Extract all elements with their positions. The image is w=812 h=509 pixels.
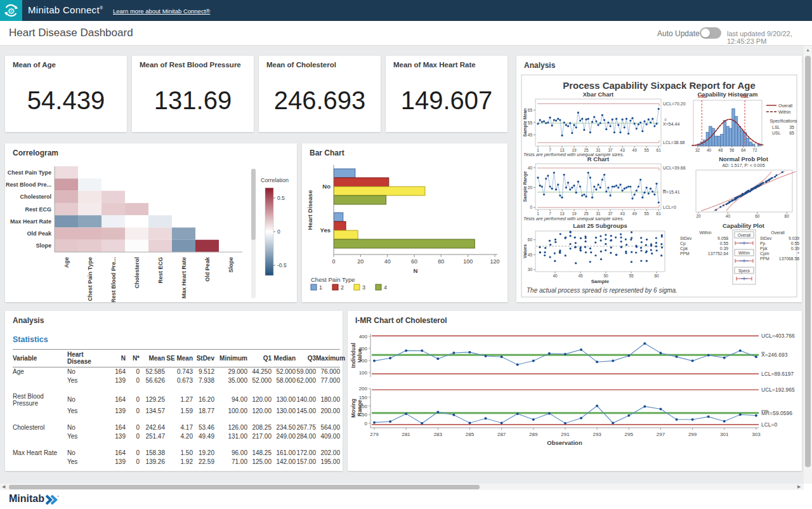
stats-cell: 49.49	[193, 432, 214, 441]
sixpack-footnote: The actual process spread is represented…	[527, 287, 678, 294]
auto-update-toggle[interactable]	[700, 27, 721, 39]
svg-text:StDev: StDev	[760, 236, 772, 241]
svg-text:65: 65	[789, 131, 794, 135]
table-row: Yes1390134.571.5918.77100.00120.00130.00…	[13, 407, 340, 416]
last25-y-tick: 30	[528, 267, 533, 272]
corr-row-label: Rest Blood Pre...	[6, 182, 51, 188]
stats-cell: 0	[126, 407, 140, 416]
learn-more-link[interactable]: Learn more about Minitab Connect®	[113, 8, 210, 15]
sixpack-svg: Process Capability Sixpack Report for Ag…	[516, 56, 802, 302]
stats-cell: 409.00	[316, 432, 340, 441]
kpi-card-2: Mean of Rest Blood Pressure131.69	[132, 56, 254, 132]
stats-cell: No	[67, 393, 107, 407]
sixpack-report: Process Capability Sixpack Report for Ag…	[516, 56, 802, 302]
stats-cell: 22.59	[193, 458, 214, 466]
horizontal-scrollbar[interactable]: ◀ ▶	[0, 484, 804, 490]
svg-text:*: *	[797, 251, 799, 256]
kpi-title: Mean of Age	[13, 61, 56, 69]
correlogram-chart: Chest Pain TypeRest Blood Pre...Choleste…	[5, 143, 297, 302]
bar-legend-item: 3	[362, 284, 365, 291]
svg-text:0.39: 0.39	[791, 246, 799, 251]
stats-cell: 7.938	[193, 376, 214, 385]
rchart-x-tick: 61	[657, 211, 662, 216]
kpi-value: 246.693	[259, 86, 381, 115]
bar-x-tick: 100	[463, 258, 473, 265]
imr-i-y-label: Individual	[350, 343, 357, 368]
corr-row-label: Slope	[36, 242, 51, 249]
rchart-x-tick: 49	[632, 211, 638, 216]
stats-cell: 129.25	[140, 393, 165, 407]
scroll-right-arrow-icon[interactable]: ▶	[797, 484, 801, 489]
npp-x-tick: 80	[785, 214, 790, 218]
stats-cell: No	[67, 423, 107, 432]
capplot-within-title: Within	[700, 230, 712, 235]
stats-cell: 16.20	[193, 393, 214, 407]
bar-chart-title: Bar Chart	[310, 149, 344, 157]
xbar-center: X=54.44	[663, 122, 679, 126]
stats-cell: 94.00	[214, 393, 247, 407]
rchart-x-tick: 7	[549, 211, 551, 216]
stats-cell: 1.27	[165, 393, 193, 407]
vertical-scrollbar-thumb[interactable]	[805, 56, 811, 467]
stats-cell: 145.00	[296, 407, 316, 416]
stats-cell: 172.00	[296, 449, 316, 458]
imr-mr-y-label: Range	[357, 400, 363, 416]
svg-text:LSL: LSL	[772, 125, 780, 129]
statistics-heading: Statistics	[13, 335, 48, 344]
corr-col-label: Max Heart Rate	[181, 257, 187, 298]
scroll-left-arrow-icon[interactable]: ◀	[2, 484, 5, 489]
corr-col-label: Rest Blood Pre...	[110, 257, 117, 302]
stats-cell: 200.00	[316, 407, 340, 416]
capplot-title: Capability Plot	[723, 222, 765, 229]
stats-col-header: StDev	[193, 350, 214, 367]
stats-cell: 139	[107, 376, 126, 385]
page-header: Heart Disease Dashboard Auto Update last…	[0, 21, 812, 46]
stats-col-header: Q3	[296, 350, 316, 367]
horizontal-scrollbar-thumb[interactable]	[9, 485, 480, 489]
xbar-lcl: LCL=38.68	[663, 140, 685, 145]
imr-x-tick: 287	[497, 432, 506, 437]
stats-cell: 139	[107, 458, 126, 466]
last25-x-tick: 50	[603, 274, 608, 278]
stats-col-header: Heart Disease	[67, 350, 107, 367]
stats-cell: 120.00	[247, 393, 272, 407]
imr-x-tick: 295	[625, 432, 634, 437]
toggle-knob	[701, 29, 710, 37]
top-navbar: ⚙ Minitab Connect® Learn more about Mini…	[0, 0, 812, 21]
svg-text:X=246.693: X=246.693	[761, 352, 788, 358]
svg-text:USL: USL	[772, 131, 781, 135]
kpi-card-4: Mean of Max Heart Rate149.607	[386, 56, 508, 132]
table-row: Yes139056.6260.6737.93835.00052.00058.00…	[13, 376, 340, 385]
stats-cell: 52.000	[272, 367, 296, 376]
xbar-x-tick: 55	[645, 148, 650, 152]
stats-cell: 125.00	[247, 458, 272, 466]
svg-text:137752.64: 137752.64	[708, 251, 728, 256]
stats-cell: Max Heart Rate	[13, 449, 67, 458]
rchart-x-tick: 31	[596, 211, 601, 216]
stats-cell: No	[67, 367, 107, 376]
xbar-x-tick: 61	[657, 148, 662, 152]
statistics-table: VariableHeart DiseaseNN*MeanSE MeanStDev…	[13, 349, 340, 466]
last25-x-tick: 60	[654, 274, 659, 278]
kpi-value: 54.439	[5, 86, 127, 115]
scroll-up-arrow-icon[interactable]: ▲	[806, 48, 810, 52]
imr-x-tick: 291	[561, 432, 570, 437]
imr-x-tick: 303	[752, 432, 761, 437]
stats-col-header: Mean	[140, 350, 165, 367]
vertical-scrollbar[interactable]: ▲	[804, 46, 812, 484]
page-title: Heart Disease Dashboard	[9, 27, 133, 39]
last-updated-text: last updated 9/20/22, 12:45:23 PM	[727, 30, 812, 45]
imr-mr-lcl: LCL=0	[761, 421, 778, 428]
npp-subtitle: AD: 1.517, P: < 0.005	[722, 163, 764, 168]
table-row: Yes1390139.261.9222.5971.00125.00142.001…	[13, 458, 340, 466]
correlogram-title: Correlogram	[13, 149, 58, 157]
imr-x-tick: 279	[370, 432, 379, 437]
table-row: Rest Blood PressureNo1640129.251.2716.20…	[13, 393, 340, 407]
stats-cell: 217.00	[247, 432, 272, 441]
kpi-title: Mean of Max Heart Rate	[393, 61, 476, 69]
capplot-box-label: Within	[738, 251, 750, 255]
stats-cell: 0.673	[165, 376, 193, 385]
imr-x-tick: 301	[720, 432, 729, 437]
corr-legend-tick: 0	[277, 228, 280, 235]
stats-cell: Yes	[67, 458, 107, 466]
